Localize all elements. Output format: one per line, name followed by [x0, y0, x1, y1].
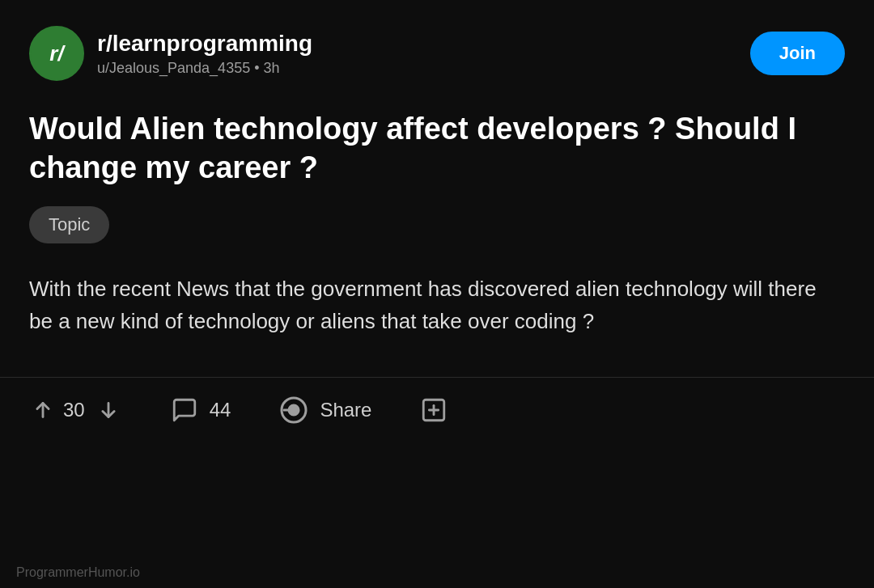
- post-header: r/ r/learnprogramming u/Jealous_Panda_43…: [29, 26, 845, 81]
- share-section[interactable]: Share: [255, 396, 396, 425]
- page-container: r/ r/learnprogramming u/Jealous_Panda_43…: [0, 0, 874, 442]
- comment-count: 44: [210, 399, 231, 421]
- avatar-text: r/: [49, 41, 63, 66]
- post-body: With the recent News that the government…: [29, 273, 845, 338]
- upvote-count: 30: [63, 399, 85, 421]
- share-icon: [279, 396, 308, 425]
- downvote-icon[interactable]: [95, 396, 122, 424]
- save-icon: [420, 396, 448, 424]
- upvote-icon[interactable]: [29, 396, 57, 424]
- subreddit-avatar: r/: [29, 26, 84, 81]
- vote-section: 30: [29, 396, 146, 424]
- join-button[interactable]: Join: [750, 32, 845, 75]
- topic-tag[interactable]: Topic: [29, 206, 109, 243]
- subreddit-name[interactable]: r/learnprogramming: [97, 31, 312, 57]
- comment-icon: [171, 396, 198, 424]
- svg-point-3: [289, 405, 299, 415]
- subreddit-details: r/learnprogramming u/Jealous_Panda_4355 …: [97, 31, 312, 77]
- post-meta: u/Jealous_Panda_4355 • 3h: [97, 60, 312, 77]
- subreddit-info: r/ r/learnprogramming u/Jealous_Panda_43…: [29, 26, 312, 81]
- watermark: ProgrammerHumor.io: [16, 565, 140, 580]
- post-title: Would Alien technology affect developers…: [29, 110, 845, 187]
- comment-section[interactable]: 44: [146, 396, 256, 424]
- actions-bar: 30 44 Share: [29, 378, 845, 442]
- share-label: Share: [320, 399, 371, 421]
- save-section[interactable]: [396, 396, 448, 424]
